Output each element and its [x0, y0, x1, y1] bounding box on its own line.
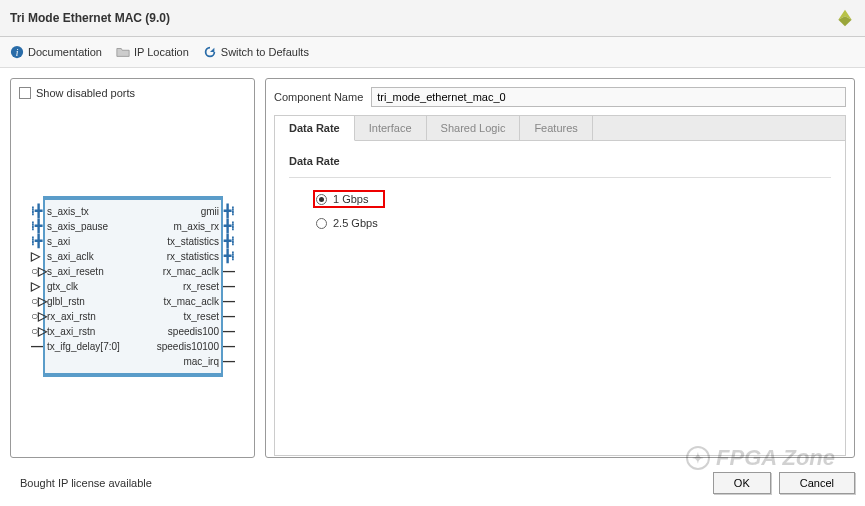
reset-icon: ○▷ — [31, 294, 47, 309]
show-disabled-checkbox[interactable]: Show disabled ports — [17, 85, 248, 101]
wire-icon: — — [223, 279, 235, 294]
tab-data-rate[interactable]: Data Rate — [275, 116, 355, 141]
tab-interface[interactable]: Interface — [355, 116, 427, 140]
port-right: rx_mac_aclk— — [163, 264, 219, 279]
radio-label: 1 Gbps — [333, 193, 368, 205]
clock-icon: ▷ — [31, 249, 40, 264]
bus-icon: ⁞╋ — [31, 219, 42, 234]
tab-shared-logic[interactable]: Shared Logic — [427, 116, 521, 140]
port-left: —tx_ifg_delay[7:0] — [47, 339, 120, 354]
reset-icon: ○▷ — [31, 264, 47, 279]
switch-defaults-link[interactable]: Switch to Defaults — [203, 45, 309, 59]
ip-location-label: IP Location — [134, 46, 189, 58]
folder-icon — [116, 45, 130, 59]
vendor-logo-icon — [835, 8, 855, 28]
bus-icon: ⁞╋ — [31, 204, 42, 219]
wire-icon: — — [223, 339, 235, 354]
port-right: mac_irq— — [183, 354, 219, 369]
bus-icon: ╋⁞ — [224, 234, 235, 249]
port-right: rx_statistics╋⁞ — [167, 249, 219, 264]
window-title: Tri Mode Ethernet MAC (9.0) — [10, 11, 170, 25]
section-divider — [289, 177, 831, 178]
checkbox-icon — [19, 87, 31, 99]
config-panel: Component Name Data RateInterfaceShared … — [265, 78, 855, 458]
port-left: ○▷tx_axi_rstn — [47, 324, 95, 339]
show-disabled-label: Show disabled ports — [36, 87, 135, 99]
radio-label: 2.5 Gbps — [333, 217, 378, 229]
reset-icon: ○▷ — [31, 309, 47, 324]
port-row: ⁞╋s_axis_txgmii╋⁞ — [45, 204, 221, 219]
port-right: tx_statistics╋⁞ — [167, 234, 219, 249]
svg-text:i: i — [16, 47, 19, 58]
radio-icon — [316, 218, 327, 229]
port-right: tx_reset— — [183, 309, 219, 324]
license-status: Bought IP license available — [20, 477, 152, 489]
port-row: ▷gtx_clkrx_reset— — [45, 279, 221, 294]
wire-icon: — — [31, 339, 43, 354]
bus-icon: ╋⁞ — [224, 249, 235, 264]
data-rate-radio-group: 1 Gbps2.5 Gbps — [289, 190, 831, 232]
port-left: ⁞╋s_axis_tx — [47, 204, 89, 219]
port-left: ○▷rx_axi_rstn — [47, 309, 96, 324]
port-left: ○▷s_axi_resetn — [47, 264, 104, 279]
section-title: Data Rate — [289, 155, 831, 167]
port-left: ▷gtx_clk — [47, 279, 78, 294]
wire-icon: — — [223, 294, 235, 309]
clock-icon: ▷ — [31, 279, 40, 294]
port-right: speedis100— — [168, 324, 219, 339]
info-icon: i — [10, 45, 24, 59]
radio-icon — [316, 194, 327, 205]
refresh-icon — [203, 45, 217, 59]
main-area: Show disabled ports ⁞╋s_axis_txgmii╋⁞⁞╋s… — [0, 68, 865, 468]
documentation-link[interactable]: i Documentation — [10, 45, 102, 59]
bus-icon: ╋⁞ — [224, 219, 235, 234]
port-right: speedis10100— — [157, 339, 219, 354]
port-right: tx_mac_aclk— — [163, 294, 219, 309]
ok-button[interactable]: OK — [713, 472, 771, 494]
wire-icon: — — [223, 354, 235, 369]
port-left: ⁞╋s_axis_pause — [47, 219, 108, 234]
wire-icon: — — [223, 309, 235, 324]
port-right: gmii╋⁞ — [201, 204, 219, 219]
switch-defaults-label: Switch to Defaults — [221, 46, 309, 58]
port-row: ⁞╋s_axitx_statistics╋⁞ — [45, 234, 221, 249]
port-right: rx_reset— — [183, 279, 219, 294]
ports-panel: Show disabled ports ⁞╋s_axis_txgmii╋⁞⁞╋s… — [10, 78, 255, 458]
bus-icon: ╋⁞ — [224, 204, 235, 219]
port-row: mac_irq— — [45, 354, 221, 369]
bus-icon: ⁞╋ — [31, 234, 42, 249]
port-row: ⁞╋s_axis_pausem_axis_rx╋⁞ — [45, 219, 221, 234]
port-row: ○▷glbl_rstntx_mac_aclk— — [45, 294, 221, 309]
port-left: ▷s_axi_aclk — [47, 249, 94, 264]
port-row: ○▷s_axi_resetnrx_mac_aclk— — [45, 264, 221, 279]
port-row: ○▷rx_axi_rstntx_reset— — [45, 309, 221, 324]
tabs: Data RateInterfaceShared LogicFeatures — [274, 115, 846, 141]
toolbar: i Documentation IP Location Switch to De… — [0, 37, 865, 68]
component-name-input[interactable] — [371, 87, 846, 107]
reset-icon: ○▷ — [31, 324, 47, 339]
tab-features[interactable]: Features — [520, 116, 592, 140]
port-row: —tx_ifg_delay[7:0]speedis10100— — [45, 339, 221, 354]
port-left: ⁞╋s_axi — [47, 234, 70, 249]
radio-1-gbps[interactable]: 1 Gbps — [313, 190, 385, 208]
cancel-button[interactable]: Cancel — [779, 472, 855, 494]
component-name-row: Component Name — [274, 87, 846, 107]
documentation-label: Documentation — [28, 46, 102, 58]
wire-icon: — — [223, 264, 235, 279]
component-name-label: Component Name — [274, 91, 363, 103]
port-left: ○▷glbl_rstn — [47, 294, 85, 309]
tab-content: Data Rate 1 Gbps2.5 Gbps — [274, 141, 846, 456]
radio-2-5-gbps[interactable]: 2.5 Gbps — [313, 214, 831, 232]
wire-icon: — — [223, 324, 235, 339]
footer: Bought IP license available OK Cancel — [0, 468, 865, 504]
button-group: OK Cancel — [713, 472, 855, 494]
port-row: ○▷tx_axi_rstnspeedis100— — [45, 324, 221, 339]
ip-location-link[interactable]: IP Location — [116, 45, 189, 59]
header: Tri Mode Ethernet MAC (9.0) — [0, 0, 865, 37]
block-diagram: ⁞╋s_axis_txgmii╋⁞⁞╋s_axis_pausem_axis_rx… — [43, 196, 223, 377]
port-row: ▷s_axi_aclkrx_statistics╋⁞ — [45, 249, 221, 264]
port-right: m_axis_rx╋⁞ — [173, 219, 219, 234]
